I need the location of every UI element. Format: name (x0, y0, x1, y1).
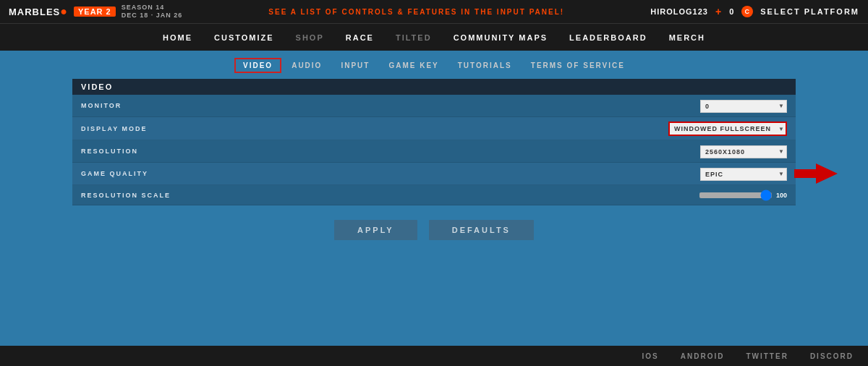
nav-tilted[interactable]: TILTED (386, 29, 442, 46)
top-bar-right: HIROLOG123 + 0 C SELECT PLATFORM (650, 6, 859, 17)
select-platform[interactable]: SELECT PLATFORM (760, 7, 859, 16)
game-quality-label: GAME QUALITY (81, 170, 700, 177)
top-bar-left: MARBLES● YEAR 2 SEASON 14 DEC 18 · JAN 2… (9, 4, 182, 20)
footer-android[interactable]: ANDROID (681, 352, 725, 360)
plus-icon[interactable]: + (715, 6, 722, 17)
monitor-row: MONITOR 0 1 (72, 95, 796, 117)
display-mode-row: DISPLAY MODE WINDOWED FULLSCREEN FULLSCR… (72, 117, 796, 140)
resolution-scale-row: RESOLUTION SCALE 100 (72, 185, 796, 205)
svg-marker-0 (794, 163, 838, 184)
resolution-label: RESOLUTION (81, 148, 700, 155)
logo-dot: ● (60, 5, 68, 17)
display-mode-dropdown-wrapper: WINDOWED FULLSCREEN FULLSCREEN WINDOWED (668, 121, 787, 136)
tab-video[interactable]: VIDEO (234, 58, 281, 73)
settings-tabs: VIDEO AUDIO INPUT GAME KEY TUTORIALS TER… (0, 51, 868, 79)
display-mode-dropdown[interactable]: WINDOWED FULLSCREEN FULLSCREEN WINDOWED (668, 122, 787, 136)
display-mode-label: DISPLAY MODE (81, 125, 668, 132)
apply-button[interactable]: APPLY (334, 220, 417, 240)
coin-icon: C (741, 6, 753, 17)
red-arrow-icon (794, 163, 838, 184)
logo: MARBLES● (9, 5, 68, 18)
tab-input[interactable]: INPUT (332, 58, 378, 73)
nav-customize[interactable]: CUSTOMIZE (204, 29, 284, 46)
settings-panel: VIDEO MONITOR 0 1 DISPLAY MODE WINDOWED … (72, 79, 796, 205)
display-mode-control: WINDOWED FULLSCREEN FULLSCREEN WINDOWED (668, 121, 787, 136)
year-badge: YEAR 2 (74, 7, 116, 17)
footer-discord[interactable]: DISCORD (810, 352, 854, 360)
resolution-scale-slider[interactable] (699, 192, 772, 198)
resolution-dropdown[interactable]: 2560X1080 1920X1080 1280X720 (700, 145, 787, 158)
announcement-text: SEE A LIST OF CONTROLS & FEATURES IN THE… (268, 8, 564, 16)
resolution-scale-label: RESOLUTION SCALE (81, 192, 699, 199)
resolution-control: 2560X1080 1920X1080 1280X720 (700, 144, 787, 158)
tab-tutorials[interactable]: TUTORIALS (449, 58, 521, 73)
nav-community-maps[interactable]: COMMUNITY MAPS (443, 29, 558, 46)
tab-audio[interactable]: AUDIO (283, 58, 331, 73)
game-quality-row: GAME QUALITY EPIC HIGH MEDIUM LOW (72, 163, 796, 185)
settings-header: VIDEO (72, 79, 796, 95)
resolution-scale-value: 100 (776, 192, 787, 199)
nav-leaderboard[interactable]: LEADERBOARD (559, 29, 658, 46)
coin-count: 0 (729, 7, 734, 16)
nav-shop[interactable]: SHOP (286, 29, 334, 46)
monitor-control: 0 1 (700, 98, 787, 113)
tab-game-key[interactable]: GAME KEY (380, 58, 447, 73)
nav-home[interactable]: HOME (153, 29, 203, 46)
resolution-dropdown-wrapper: 2560X1080 1920X1080 1280X720 (700, 144, 787, 158)
season-label: SEASON 14 (122, 4, 183, 12)
season-info: SEASON 14 DEC 18 · JAN 26 (122, 4, 183, 20)
buttons-row: APPLY DEFAULTS (0, 220, 868, 240)
monitor-dropdown[interactable]: 0 1 (700, 100, 787, 113)
monitor-dropdown-wrapper: 0 1 (700, 98, 787, 113)
footer: IOS ANDROID TWITTER DISCORD (0, 346, 868, 366)
nav-merch[interactable]: MERCH (659, 29, 715, 46)
game-quality-control: EPIC HIGH MEDIUM LOW (700, 166, 787, 181)
footer-ios[interactable]: IOS (642, 352, 659, 360)
nav-race[interactable]: RACE (336, 29, 384, 46)
tab-terms[interactable]: TERMS OF SERVICE (522, 58, 634, 73)
game-quality-dropdown-wrapper: EPIC HIGH MEDIUM LOW (700, 166, 787, 181)
username: HIROLOG123 (650, 7, 708, 16)
top-bar: MARBLES● YEAR 2 SEASON 14 DEC 18 · JAN 2… (0, 0, 868, 23)
game-quality-dropdown[interactable]: EPIC HIGH MEDIUM LOW (700, 168, 787, 181)
defaults-button[interactable]: DEFAULTS (429, 220, 534, 240)
dates-label: DEC 18 · JAN 26 (122, 12, 183, 20)
nav-bar: HOME CUSTOMIZE SHOP RACE TILTED COMMUNIT… (0, 23, 868, 51)
footer-twitter[interactable]: TWITTER (746, 352, 788, 360)
monitor-label: MONITOR (81, 102, 700, 109)
resolution-scale-control: 100 (699, 192, 787, 199)
resolution-row: RESOLUTION 2560X1080 1920X1080 1280X720 (72, 140, 796, 163)
